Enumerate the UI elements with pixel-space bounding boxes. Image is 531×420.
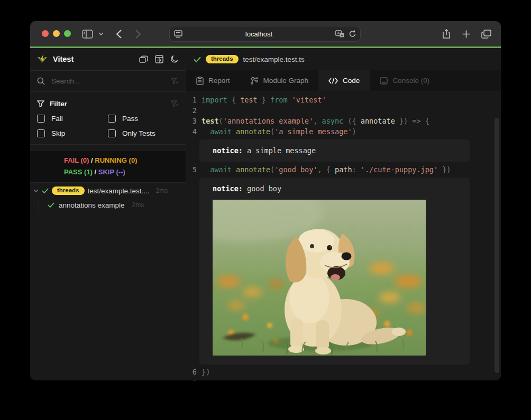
code-line: 1import { test } from 'vitest'	[186, 95, 501, 105]
test-duration: 2ms	[132, 201, 144, 209]
tab-console[interactable]: Console (0)	[370, 70, 440, 91]
browser-toolbar: localhost A ★	[30, 21, 501, 46]
dark-mode-moon-icon[interactable]	[170, 55, 179, 63]
collect-windows-icon[interactable]	[139, 55, 148, 63]
minimize-window-button[interactable]	[53, 30, 60, 37]
new-tab-icon[interactable]	[460, 21, 472, 46]
checkbox-box[interactable]	[108, 129, 116, 137]
file-header: threads test/example.test.ts	[186, 48, 501, 70]
pass-check-icon	[48, 202, 54, 208]
sidebar-toggle-icon[interactable]	[80, 21, 95, 46]
code-text: await annotate('good boy', { path: './cu…	[202, 164, 451, 175]
browser-window: localhost A ★	[30, 21, 501, 380]
notice-text: notice: a simple message	[213, 145, 456, 156]
annotation-notice: notice: a simple message	[199, 139, 470, 162]
line-number: 3	[186, 116, 197, 126]
tree-guide-line	[39, 198, 39, 212]
dashboard-icon[interactable]	[155, 55, 163, 63]
separator: /	[93, 168, 98, 176]
back-icon[interactable]	[113, 21, 125, 46]
test-summary: FAIL (0) / RUNNING (0) PASS (1) / SKIP (…	[30, 151, 186, 183]
tab-label: Module Graph	[263, 77, 309, 85]
checkbox-box[interactable]	[108, 115, 116, 123]
fail-count: FAIL (0)	[64, 156, 89, 164]
search-icon	[37, 77, 45, 85]
file-path: test/example.test.ts	[243, 55, 305, 63]
code-line: 3test('annotations example', async ({ an…	[186, 116, 501, 126]
test-duration: 2ms	[156, 187, 168, 194]
main-panel: threads test/example.test.ts Report	[186, 48, 501, 380]
tab-report[interactable]: Report	[186, 70, 240, 91]
code-text: await annotate('a simple message')	[202, 126, 356, 137]
code-line: 6})	[186, 367, 501, 377]
puppy-photo	[213, 200, 426, 356]
code-text: import { test } from 'vitest'	[202, 95, 326, 105]
checkbox-label: Pass	[122, 115, 138, 123]
tab-label: Console (0)	[392, 77, 429, 85]
checkbox-label: Skip	[51, 129, 65, 137]
test-case-name: annotations example	[59, 201, 125, 209]
reload-icon[interactable]	[349, 30, 356, 38]
line-number: 4	[186, 126, 197, 137]
search-input[interactable]	[50, 77, 166, 86]
forward-icon[interactable]	[132, 21, 144, 46]
checkbox-fail[interactable]: Fail	[37, 115, 108, 123]
share-icon[interactable]	[440, 21, 453, 46]
code-line: 5 await annotate('good boy', { path: './…	[186, 164, 501, 175]
checkbox-label: Fail	[51, 115, 63, 123]
checkbox-box[interactable]	[37, 129, 45, 137]
code-editor[interactable]: 1import { test } from 'vitest'23test('an…	[186, 91, 501, 380]
code-text: })	[202, 367, 210, 377]
window-controls	[42, 30, 71, 37]
tab-label: Report	[208, 77, 230, 85]
separator: /	[89, 156, 95, 164]
app-title: Vitest	[53, 55, 134, 63]
pool-badge: threads	[206, 55, 239, 64]
annotation-image[interactable]	[213, 200, 426, 356]
test-case-row[interactable]: annotations example 2ms	[30, 198, 186, 212]
chevron-down-icon[interactable]	[33, 189, 39, 192]
clear-filter-icon[interactable]	[171, 100, 179, 107]
pass-check-icon	[194, 57, 201, 62]
running-count: RUNNING (0)	[95, 156, 137, 164]
checkbox-pass[interactable]: Pass	[108, 115, 179, 123]
tab-overview-icon[interactable]	[479, 21, 493, 46]
close-window-button[interactable]	[42, 30, 49, 37]
checkbox-box[interactable]	[37, 115, 45, 123]
checkbox-skip[interactable]: Skip	[37, 129, 108, 137]
test-file-name: test/example.test....	[88, 187, 150, 195]
sidebar: Vitest	[30, 48, 186, 380]
filter-funnel-icon	[37, 100, 44, 107]
checkbox-only-tests[interactable]: Only Tests	[108, 129, 179, 137]
pool-badge: threads	[52, 186, 85, 195]
tab-bar: Report Module Graph Code	[186, 70, 501, 91]
notice-text: notice: good boy	[213, 183, 456, 194]
filter-section: Filter Fail Pass Skip Only Tests	[30, 92, 186, 145]
filter-label: Filter	[50, 100, 166, 108]
line-number: 6	[186, 367, 197, 377]
line-number: 2	[186, 105, 197, 116]
zoom-window-button[interactable]	[64, 30, 71, 37]
tab-module-graph[interactable]: Module Graph	[240, 70, 319, 91]
code-line: 7	[186, 377, 501, 380]
code-line: 2	[186, 105, 501, 116]
svg-text:★: ★	[340, 33, 343, 37]
line-number: 7	[186, 377, 197, 380]
summary-line-2: PASS (1) / SKIP (--)	[64, 166, 186, 178]
code-line: 4 await annotate('a simple message')	[186, 126, 501, 137]
page-settings-icon[interactable]	[174, 30, 182, 38]
chevron-down-icon[interactable]	[97, 21, 105, 46]
skip-count: SKIP (--)	[98, 168, 125, 176]
test-tree: threads test/example.test.... 2ms annota…	[30, 183, 186, 380]
pass-count: PASS (1)	[64, 168, 93, 176]
test-file-row[interactable]: threads test/example.test.... 2ms	[30, 184, 186, 198]
line-number: 5	[186, 164, 197, 175]
address-bar[interactable]: localhost A ★	[169, 26, 361, 42]
summary-line-1: FAIL (0) / RUNNING (0)	[64, 155, 186, 166]
line-number: 1	[186, 95, 197, 105]
url-text[interactable]: localhost	[182, 30, 335, 38]
tab-code[interactable]: Code	[318, 70, 370, 91]
translate-icon[interactable]: A ★	[335, 30, 344, 38]
clear-search-filter-icon[interactable]	[171, 78, 179, 85]
scrollbar-thumb[interactable]	[495, 118, 499, 373]
